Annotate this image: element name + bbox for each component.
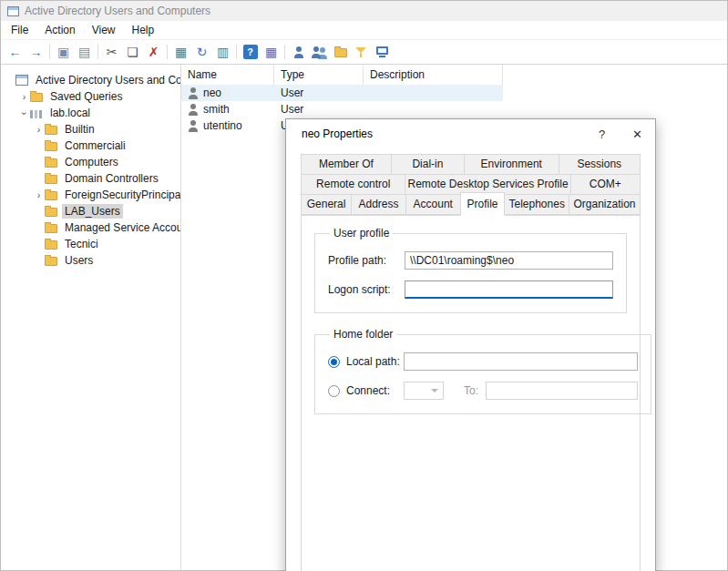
set-filter-button[interactable] — [351, 42, 372, 62]
connect-label: Connect: — [346, 384, 404, 397]
column-header-description[interactable]: Description — [364, 65, 503, 85]
home-folder-groupbox: Home folder Local path: Connect: To: — [314, 328, 651, 414]
neo-properties-dialog: neo Properties ? ✕ Member Of Dial-in Env… — [285, 118, 656, 571]
folder-icon — [45, 142, 57, 151]
logon-script-input[interactable] — [405, 280, 613, 299]
console-tree: Active Directory Users and Com Saved Que… — [1, 65, 181, 570]
folder-icon — [30, 93, 43, 102]
tab-general[interactable]: General — [301, 194, 352, 215]
folder-icon — [45, 224, 57, 233]
tab-profile[interactable]: Profile — [460, 192, 506, 216]
tree-item-computers[interactable]: Computers — [1, 154, 180, 170]
tab-telephones[interactable]: Telephones — [504, 194, 569, 215]
new-user-button[interactable] — [288, 42, 309, 62]
cut-button[interactable]: ✂ — [101, 42, 122, 62]
list-header: Name Type Description — [181, 65, 727, 85]
tab-row-3: General Address Account Profile Telephon… — [301, 194, 641, 215]
new-ou-button[interactable] — [330, 42, 351, 62]
menu-action[interactable]: Action — [36, 21, 83, 40]
remote-monitor-button[interactable] — [372, 42, 393, 62]
tab-account[interactable]: Account — [405, 194, 461, 215]
tab-remote-control[interactable]: Remote control — [301, 174, 405, 195]
tree-item-users[interactable]: Users — [1, 252, 180, 269]
properties-button[interactable]: ▦ — [170, 42, 191, 62]
tab-sessions[interactable]: Sessions — [559, 154, 641, 175]
folder-icon — [45, 158, 57, 168]
chevron-right-icon[interactable] — [33, 125, 45, 135]
tree-item-managed-service-accounts[interactable]: Managed Service Accoun — [1, 219, 180, 236]
tree-item-root[interactable]: Active Directory Users and Com — [1, 72, 180, 88]
dialog-help-button[interactable]: ? — [584, 119, 620, 148]
delete-button[interactable]: ✗ — [143, 42, 164, 62]
menu-help[interactable]: Help — [124, 21, 163, 40]
user-profile-legend: User profile — [330, 227, 393, 240]
view-options-button[interactable]: ▦ — [261, 42, 282, 62]
show-console-tree-button[interactable]: ▣ — [53, 42, 74, 62]
folder-icon — [45, 257, 57, 266]
tab-member-of[interactable]: Member Of — [301, 154, 392, 175]
forward-button[interactable]: → — [26, 42, 46, 62]
user-name: smith — [203, 103, 230, 116]
tree-item-tecnici[interactable]: Tecnici — [1, 236, 180, 252]
local-path-input[interactable] — [404, 352, 638, 371]
tree-item-label: lab.local — [47, 106, 93, 120]
tree-item-builtin[interactable]: Builtin — [1, 121, 180, 138]
list-row-smith[interactable]: smith User — [181, 101, 503, 117]
tree-item-lab-local[interactable]: lab.local — [1, 105, 180, 121]
list-row-neo[interactable]: neo User — [181, 85, 503, 101]
copy-button[interactable]: ❏ — [122, 42, 143, 62]
to-label: To: — [464, 384, 478, 397]
local-path-label: Local path: — [346, 355, 404, 368]
menu-file[interactable]: File — [3, 21, 36, 40]
chevron-down-icon[interactable] — [19, 107, 29, 119]
connect-row: Connect: To: — [328, 381, 638, 401]
tab-organization[interactable]: Organization — [569, 194, 641, 215]
new-group-button[interactable] — [309, 42, 330, 62]
back-button[interactable]: ← — [5, 42, 26, 62]
home-folder-legend: Home folder — [330, 328, 396, 341]
dialog-close-button[interactable]: ✕ — [620, 119, 655, 148]
tree-item-label: Active Directory Users and Com — [33, 73, 181, 87]
tree-item-saved-queries[interactable]: Saved Queries — [1, 88, 180, 105]
chevron-right-icon[interactable] — [33, 190, 45, 200]
connect-radio[interactable] — [328, 385, 340, 397]
show-action-pane-button[interactable]: ▤ — [74, 42, 95, 62]
logon-script-row: Logon script: — [328, 280, 613, 300]
toolbar-separator — [97, 45, 98, 59]
tree-item-foreignsecurityprincipals[interactable]: ForeignSecurityPrincipals — [1, 187, 180, 203]
user-profile-groupbox: User profile Profile path: Logon script: — [314, 227, 627, 313]
folder-icon — [45, 208, 57, 217]
list-cell-name: utentino — [181, 119, 274, 132]
dialog-titlebar-buttons: ? ✕ — [584, 119, 655, 148]
tab-com-plus[interactable]: COM+ — [570, 174, 641, 195]
list-cell-type: User — [274, 87, 364, 99]
toolbar-separator — [284, 45, 285, 59]
column-header-type[interactable]: Type — [274, 65, 364, 85]
column-header-name[interactable]: Name — [181, 65, 274, 85]
tree-item-lab-users[interactable]: LAB_Users — [1, 203, 180, 219]
tree-item-commerciali[interactable]: Commerciali — [1, 138, 180, 154]
menu-bar: File Action View Help — [1, 21, 727, 40]
help-button[interactable]: ? — [240, 42, 261, 62]
local-path-radio[interactable] — [328, 356, 340, 368]
local-path-row: Local path: — [328, 352, 638, 372]
export-list-button[interactable]: ▥ — [212, 42, 233, 62]
tree-item-domain-controllers[interactable]: Domain Controllers — [1, 170, 180, 187]
tree-item-label: Commerciali — [62, 138, 128, 153]
toolbar-separator — [49, 45, 50, 59]
tree-item-label: Managed Service Accoun — [62, 220, 181, 235]
home-path-input — [486, 382, 638, 400]
folder-icon — [45, 240, 57, 250]
profile-path-input[interactable] — [405, 251, 613, 270]
drive-letter-dropdown — [404, 382, 444, 400]
chevron-down-icon — [431, 389, 438, 393]
menu-view[interactable]: View — [84, 21, 124, 40]
tab-dial-in[interactable]: Dial-in — [391, 154, 465, 175]
user-name: utentino — [203, 119, 242, 132]
tab-environment[interactable]: Environment — [464, 154, 559, 175]
tab-address[interactable]: Address — [351, 194, 406, 215]
tab-row-1: Member Of Dial-in Environment Sessions — [301, 154, 641, 175]
monitor-icon — [376, 46, 388, 55]
chevron-right-icon[interactable] — [18, 92, 30, 102]
refresh-button[interactable]: ↻ — [191, 42, 212, 62]
